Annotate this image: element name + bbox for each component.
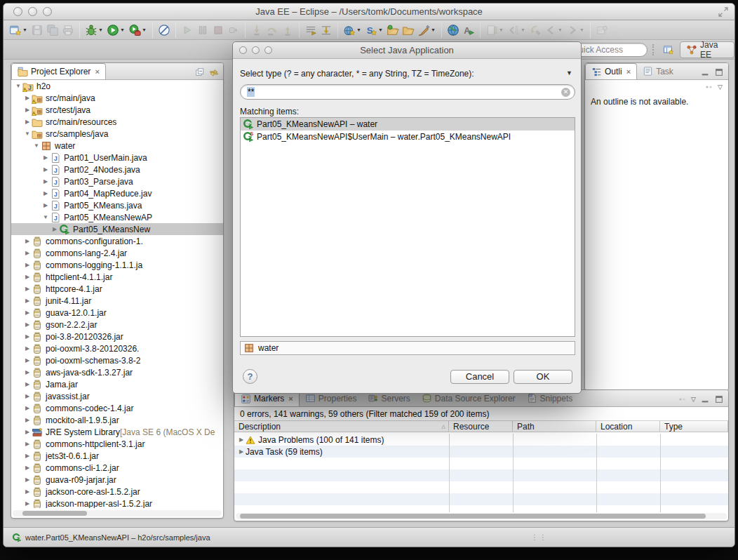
tree-item-aws-java-sdk-1-3-27-jar[interactable]: ▶010aws-java-sdk-1.3.27.jar bbox=[11, 366, 223, 378]
expand-arrow-icon[interactable]: ▶ bbox=[23, 357, 32, 364]
tab-project-explorer[interactable]: Project Explorer × bbox=[11, 63, 106, 79]
show-source-menu-button[interactable] bbox=[303, 22, 318, 39]
matching-item-part05-kmeansnewapi-water[interactable]: Part05_KMeansNewAPI – water bbox=[241, 118, 575, 131]
expand-arrow-icon[interactable]: ▶ bbox=[23, 95, 32, 101]
marker-group-java-problems-100-of-141-items[interactable]: ▶Java Problems (100 of 141 items) bbox=[234, 434, 728, 446]
expand-arrow-icon[interactable]: ▶ bbox=[23, 250, 32, 256]
scrollbar-thumb[interactable] bbox=[22, 511, 87, 516]
paint-brush-button[interactable]: ▼ bbox=[416, 22, 438, 39]
open-perspective-button[interactable] bbox=[659, 42, 678, 58]
clear-filter-icon[interactable]: ✕ bbox=[561, 88, 570, 97]
expand-arrow-icon[interactable]: ▶ bbox=[23, 107, 32, 113]
tree-item-javassist-jar[interactable]: ▶010javassist.jar bbox=[11, 390, 223, 402]
expand-arrow-icon[interactable]: ▶ bbox=[23, 262, 32, 268]
tree-item-httpclient-4-1-1-jar[interactable]: ▶010httpclient-4.1.1.jar bbox=[11, 271, 223, 283]
tree-item-part05-kmeansnew[interactable]: ▶Part05_KMeansNew bbox=[11, 223, 223, 235]
expand-arrow-icon[interactable]: ▶ bbox=[51, 226, 59, 232]
tab-outline-outli[interactable]: Outli× bbox=[585, 63, 637, 79]
expand-arrow-icon[interactable]: ▶ bbox=[41, 202, 50, 208]
expand-arrow-icon[interactable]: ▶ bbox=[23, 369, 32, 375]
expand-arrow-icon[interactable]: ▶ bbox=[23, 488, 32, 495]
marker-group-java-task-59-items[interactable]: ▶Java Task (59 items) bbox=[234, 446, 728, 458]
tree-item-commons-configuration-1[interactable]: ▶010commons-configuration-1. bbox=[11, 235, 223, 247]
validate-button[interactable]: A bbox=[461, 22, 476, 39]
expand-arrow-icon[interactable]: ▶ bbox=[23, 309, 32, 316]
tree-item-commons-cli-1-2-jar[interactable]: ▶010commons-cli-1.2.jar bbox=[11, 462, 223, 474]
expand-arrow-icon[interactable]: ▶ bbox=[23, 453, 32, 459]
expand-arrow-icon[interactable]: ▶ bbox=[23, 274, 32, 280]
open-folder-button[interactable] bbox=[401, 22, 416, 39]
close-icon[interactable]: × bbox=[95, 67, 99, 76]
matching-item-part05-kmeansnewapi-usermain-water-part05-[interactable]: SPart05_KMeansNewAPI$UserMain – water.Pa… bbox=[241, 131, 575, 143]
tree-item-junit-4-11-jar[interactable]: ▶010junit-4.11.jar bbox=[11, 295, 223, 307]
java-ee-perspective-button[interactable]: Java EE bbox=[680, 41, 734, 58]
view-menu-icon[interactable]: ▽ bbox=[691, 396, 696, 403]
tree-item-src-main-resources[interactable]: ▶src/main/resources bbox=[11, 116, 223, 128]
tree-item-gson-2-2-2-jar[interactable]: ▶010gson-2.2.2.jar bbox=[11, 319, 223, 331]
scrollbar-thumb[interactable] bbox=[240, 514, 706, 519]
tree-item-jackson-mapper-asl-1-5-2-jar[interactable]: ▶010jackson-mapper-asl-1.5.2.jar bbox=[11, 498, 223, 508]
new-wizard-button[interactable]: ▼ bbox=[8, 22, 29, 39]
expand-arrow-icon[interactable]: ▶ bbox=[23, 429, 32, 435]
tree-item-guava-r09-jarjar-jar[interactable]: ▶010guava-r09-jarjar.jar bbox=[11, 474, 223, 486]
new-web-service-button[interactable]: S▼ bbox=[363, 22, 385, 39]
collapse-arrow-icon[interactable]: ▼ bbox=[14, 83, 22, 89]
expand-arrow-icon[interactable]: ▶ bbox=[23, 333, 32, 340]
expand-arrow-icon[interactable]: ▶ bbox=[23, 405, 32, 411]
column-header-location[interactable]: Location bbox=[596, 421, 660, 432]
expand-arrow-icon[interactable]: ▶ bbox=[41, 166, 50, 173]
resize-icon[interactable] bbox=[718, 6, 729, 18]
tree-item-jre-system-library[interactable]: ▶JRE System Library [Java SE 6 (MacOS X … bbox=[11, 426, 223, 438]
dialog-minimize-button[interactable] bbox=[252, 46, 260, 54]
close-icon[interactable]: × bbox=[626, 67, 631, 76]
expand-arrow-icon[interactable]: ▶ bbox=[237, 436, 246, 443]
dialog-zoom-button[interactable] bbox=[264, 46, 272, 54]
expand-arrow-icon[interactable]: ▶ bbox=[23, 119, 32, 125]
tree-item-guava-12-0-1-jar[interactable]: ▶010guava-12.0.1.jar bbox=[11, 307, 223, 319]
history-dropdown-icon[interactable]: ▼ bbox=[566, 69, 572, 76]
close-icon[interactable]: × bbox=[288, 394, 293, 403]
cancel-button[interactable]: Cancel bbox=[450, 370, 509, 384]
web-browser-button[interactable] bbox=[445, 22, 461, 39]
minimize-view-icon[interactable] bbox=[700, 67, 710, 77]
view-menu-icon[interactable]: ▽ bbox=[718, 84, 723, 91]
tree-item-commons-logging-1-1-1-ja[interactable]: ▶010commons-logging-1.1.1.ja bbox=[11, 259, 223, 271]
collapse-arrow-icon[interactable]: ▼ bbox=[23, 131, 32, 137]
tree-item-part04-mapreduce-jav[interactable]: ▶JPart04_MapReduce.jav bbox=[11, 187, 223, 199]
collapse-all-icon[interactable] bbox=[195, 67, 205, 77]
run-button[interactable]: ▼ bbox=[105, 22, 127, 39]
minimize-view-icon[interactable] bbox=[700, 394, 710, 404]
expand-arrow-icon[interactable]: ▶ bbox=[23, 381, 32, 387]
tree-item-part05-kmeans-java[interactable]: ▶JPart05_KMeans.java bbox=[11, 199, 223, 211]
expand-arrow-icon[interactable]: ▶ bbox=[23, 465, 32, 471]
use-step-filters-button[interactable] bbox=[318, 22, 334, 39]
expand-arrow-icon[interactable]: ▶ bbox=[23, 417, 32, 423]
type-filter-input[interactable]: ** ✕ bbox=[240, 84, 575, 100]
open-resource-button[interactable] bbox=[385, 22, 401, 39]
tree-item-poi-3-8-20120326-jar[interactable]: ▶010poi-3.8-20120326.jar bbox=[11, 331, 223, 342]
tree-item-commons-lang-2-4-jar[interactable]: ▶010commons-lang-2.4.jar bbox=[11, 247, 223, 259]
expand-arrow-icon[interactable]: ▶ bbox=[23, 238, 32, 244]
tree-item-part01-usermain-java[interactable]: ▶JPart01_UserMain.java bbox=[11, 152, 223, 164]
tree-item-jama-jar[interactable]: ▶010Jama.jar bbox=[11, 378, 223, 390]
expand-arrow-icon[interactable]: ▶ bbox=[23, 286, 32, 292]
tree-item-water[interactable]: ▼water bbox=[11, 140, 223, 152]
expand-arrow-icon[interactable]: ▶ bbox=[41, 154, 50, 161]
run-external-tools-button[interactable]: ▼ bbox=[127, 22, 149, 39]
skip-all-breakpoints-button[interactable] bbox=[156, 22, 172, 39]
tree-item-src-test-java[interactable]: ▶src/test/java bbox=[11, 104, 223, 116]
tree-item-part02-4nodes-java[interactable]: ▶JPart02_4Nodes.java bbox=[11, 164, 223, 175]
expand-arrow-icon[interactable]: ▶ bbox=[23, 500, 32, 507]
expand-arrow-icon[interactable]: ▶ bbox=[41, 178, 50, 185]
expand-arrow-icon[interactable]: ▶ bbox=[23, 321, 32, 328]
collapse-arrow-icon[interactable]: ▼ bbox=[41, 214, 50, 220]
expand-arrow-icon[interactable]: ▶ bbox=[23, 393, 32, 399]
tree-item-mockito-all-1-9-5-jar[interactable]: ▶010mockito-all-1.9.5.jar bbox=[11, 414, 223, 426]
ok-button[interactable]: OK bbox=[514, 370, 572, 384]
tree-item-h2o[interactable]: ▼Jh2o bbox=[11, 80, 223, 92]
dialog-close-button[interactable] bbox=[239, 46, 247, 54]
explorer-hscrollbar[interactable] bbox=[13, 510, 222, 516]
tree-item-jets3t-0-6-1-jar[interactable]: ▶010jets3t-0.6.1.jar bbox=[11, 450, 223, 462]
tree-item-poi-ooxml-schemas-3-8-2[interactable]: ▶010poi-ooxml-schemas-3.8-2 bbox=[11, 354, 223, 366]
expand-arrow-icon[interactable]: ▶ bbox=[23, 298, 32, 304]
